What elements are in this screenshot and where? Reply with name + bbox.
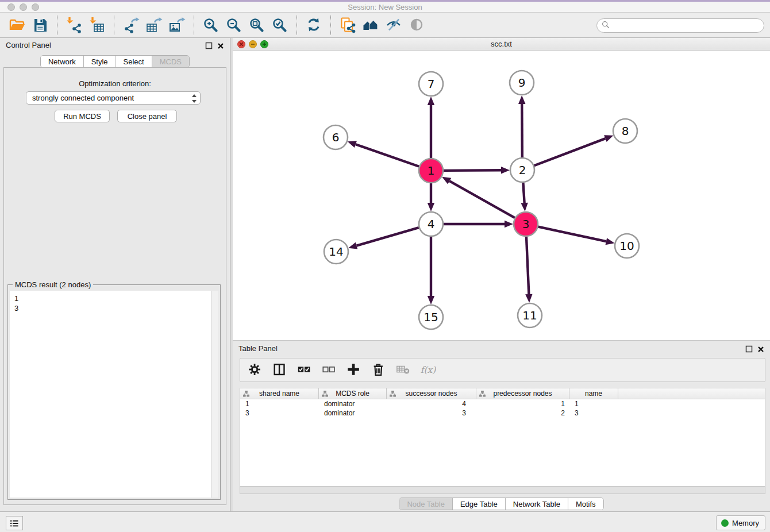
- graph-edge-arrowhead: [521, 203, 528, 211]
- clone-network-icon[interactable]: [338, 16, 357, 35]
- cell-shared-name[interactable]: 1: [240, 399, 319, 408]
- graph-edge-2-9[interactable]: [522, 104, 522, 157]
- graph-edge-2-3[interactable]: [523, 183, 524, 203]
- graph-edge-1-2[interactable]: [444, 170, 501, 171]
- toolbar-separator: [57, 16, 57, 35]
- save-session-icon[interactable]: [30, 16, 50, 35]
- home-icon[interactable]: [361, 16, 380, 35]
- cell-predecessor-nodes[interactable]: 1: [476, 399, 569, 408]
- cell-successor-nodes[interactable]: 3: [387, 408, 476, 418]
- main-area: Control Panel NetworkStyleSelectMCDS Opt…: [0, 38, 770, 511]
- toolbar-separator: [330, 16, 331, 35]
- network-window: scc.txt 7968124314101511: [233, 38, 770, 340]
- network-window-titlebar[interactable]: scc.txt: [233, 38, 770, 51]
- add-column-icon[interactable]: [346, 362, 362, 378]
- network-graph[interactable]: 7968124314101511: [233, 51, 770, 340]
- tab-node-table[interactable]: Node Table: [399, 498, 453, 510]
- column-header-MCDS-role[interactable]: MCDS role: [319, 388, 387, 399]
- tab-motifs[interactable]: Motifs: [568, 498, 603, 510]
- select-all-icon[interactable]: [297, 362, 313, 378]
- graph-edge-arrowhead: [428, 97, 434, 105]
- graph-edge-1-6[interactable]: [356, 144, 419, 167]
- search-icon: [602, 21, 610, 31]
- tab-network-table[interactable]: Network Table: [506, 498, 568, 510]
- task-history-button[interactable]: [6, 516, 23, 530]
- tab-network[interactable]: Network: [41, 56, 84, 67]
- column-header-name[interactable]: name: [569, 388, 618, 399]
- open-session-icon[interactable]: [7, 16, 27, 35]
- tab-edge-table[interactable]: Edge Table: [453, 498, 506, 510]
- network-canvas[interactable]: 7968124314101511: [233, 51, 770, 340]
- memory-label: Memory: [732, 519, 759, 527]
- cell-MCDS-role[interactable]: dominator: [319, 408, 387, 418]
- column-header-predecessor-nodes[interactable]: predecessor nodes: [476, 388, 569, 399]
- graph-edge-3-10[interactable]: [538, 227, 606, 242]
- control-panel-title: Control Panel: [6, 41, 51, 49]
- close-panel-icon[interactable]: [757, 345, 764, 355]
- graph-node-label-7: 7: [428, 77, 435, 91]
- graph-node-label-10: 10: [619, 239, 634, 253]
- zoom-out-icon[interactable]: [224, 16, 244, 35]
- tab-style[interactable]: Style: [84, 56, 116, 67]
- export-table-icon[interactable]: [144, 16, 164, 35]
- app-window: Session: New Session Control Panel Netwo…: [0, 0, 770, 532]
- cell-predecessor-nodes[interactable]: 2: [476, 408, 569, 418]
- graph-node-label-6: 6: [332, 130, 340, 144]
- import-network-icon[interactable]: [64, 16, 84, 35]
- optimization-criterion-select[interactable]: strongly connected component: [26, 91, 201, 105]
- zoom-fit-icon[interactable]: [247, 16, 267, 35]
- column-header-shared-name[interactable]: shared name: [240, 388, 319, 399]
- split-columns-icon[interactable]: [272, 362, 288, 378]
- list-icon: [9, 519, 20, 528]
- mcds-result-group: MCDS result (2 nodes) 13: [7, 284, 221, 500]
- cell-shared-name[interactable]: 3: [240, 408, 319, 418]
- graph-edge-3-11[interactable]: [526, 237, 529, 294]
- result-scrollbar[interactable]: [211, 291, 218, 498]
- memory-status-icon: [721, 519, 729, 527]
- select-stepper-icon: [191, 94, 197, 105]
- cell-name[interactable]: 1: [569, 399, 618, 408]
- import-table-icon[interactable]: [87, 16, 107, 35]
- float-panel-icon[interactable]: [205, 41, 213, 52]
- close-panel-icon[interactable]: [217, 41, 224, 52]
- refresh-icon[interactable]: [304, 16, 324, 35]
- fx-icon: f(x): [420, 362, 436, 378]
- cell-MCDS-role[interactable]: dominator: [319, 399, 387, 408]
- graph-node-label-3: 3: [522, 217, 530, 231]
- export-image-icon[interactable]: [167, 16, 187, 35]
- close-panel-button[interactable]: Close panel: [117, 110, 177, 122]
- graph-edge-3-1[interactable]: [449, 181, 515, 218]
- node-table[interactable]: shared nameMCDS rolesuccessor nodesprede…: [240, 388, 765, 486]
- tab-select[interactable]: Select: [116, 56, 152, 67]
- main-titlebar[interactable]: Session: New Session: [0, 2, 770, 13]
- show-all-icon[interactable]: [407, 16, 426, 35]
- tab-mcds[interactable]: MCDS: [152, 56, 189, 67]
- column-header-successor-nodes[interactable]: successor nodes: [387, 388, 476, 399]
- search-input[interactable]: [612, 20, 764, 32]
- export-network-icon[interactable]: [121, 16, 141, 35]
- gear-icon[interactable]: [247, 362, 263, 378]
- graph-edge-arrowhead: [518, 95, 525, 104]
- table-row[interactable]: 3dominator323: [240, 408, 765, 418]
- table-panel: Table Panel f(x) shared nameMCDS rolesuc…: [233, 340, 770, 511]
- graph-node-label-4: 4: [428, 217, 435, 231]
- mcds-result-title: MCDS result (2 nodes): [13, 280, 93, 289]
- mcds-result-area[interactable]: 13: [10, 291, 218, 498]
- deselect-all-icon[interactable]: [321, 362, 337, 378]
- hide-selected-icon[interactable]: [384, 16, 403, 35]
- zoom-selected-icon[interactable]: [270, 16, 290, 35]
- graph-edge-4-14[interactable]: [357, 228, 419, 246]
- table-horizontal-scrollbar[interactable]: [240, 486, 765, 494]
- delete-column-icon[interactable]: [371, 362, 387, 378]
- toolbar-separator: [297, 16, 297, 35]
- float-panel-icon[interactable]: [745, 345, 753, 355]
- table-row[interactable]: 1dominator411: [240, 399, 765, 408]
- graph-edge-2-8[interactable]: [534, 138, 606, 165]
- cell-name[interactable]: 3: [569, 408, 618, 418]
- cell-successor-nodes[interactable]: 4: [387, 399, 476, 408]
- zoom-in-icon[interactable]: [201, 16, 221, 35]
- attribute-icon: [479, 391, 486, 399]
- search-box[interactable]: [596, 18, 764, 33]
- run-mcds-button[interactable]: Run MCDS: [55, 110, 110, 122]
- memory-button[interactable]: Memory: [716, 515, 765, 530]
